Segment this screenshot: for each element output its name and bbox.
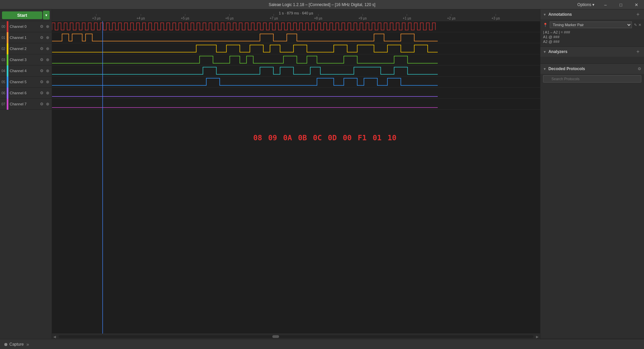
waveform-row-03 <box>52 54 540 65</box>
decoded-byte-0: 08 <box>253 134 262 142</box>
time-tick-5: +8 µs <box>314 14 322 21</box>
main-layout: Start ▼ 00 Channel 0 ⚙ ⊕ 01 Channel 1 ⚙ … <box>0 9 644 339</box>
channel-color-bar-07 <box>7 99 8 110</box>
channel-gear-01[interactable]: ⚙ <box>39 35 45 40</box>
channel-color-bar-03 <box>7 54 8 65</box>
decoded-protocols-content: 🔍 <box>540 74 644 339</box>
analyzers-header[interactable]: ▼ Analyzers + <box>540 47 644 57</box>
timing-marker-select[interactable]: Timing Marker Pair <box>550 21 632 28</box>
time-tick-4: +7 µs <box>270 14 278 21</box>
waveform-row-06 <box>52 88 540 99</box>
channel-row-02: 02 Channel 2 ⚙ ⊕ <box>0 43 52 54</box>
start-arrow-button[interactable]: ▼ <box>43 11 50 19</box>
channel-row-00: 00 Channel 0 ⚙ ⊕ <box>0 21 52 32</box>
channel-color-bar-05 <box>7 77 8 88</box>
channel-color-bar-01 <box>7 32 8 43</box>
channel-add-03[interactable]: ⊕ <box>45 57 51 62</box>
annotations-header[interactable]: ▼ Annotations + <box>540 9 644 19</box>
scroll-right-icon[interactable]: ▶ <box>536 335 539 339</box>
annotation-a1: A1 @ ### <box>543 35 641 39</box>
channel-num-06: 06 <box>0 91 7 95</box>
right-panel: ▼ Annotations + 📍 Timing Marker Pair ✎ ✕… <box>540 9 644 339</box>
time-tick-2: +5 µs <box>181 14 189 21</box>
waveform-area: 1 s · 879 ms · 640 µs +3 µs+4 µs+5 µs+6 … <box>52 9 540 339</box>
scrollbar-thumb[interactable] <box>272 335 279 338</box>
time-tick-6: +9 µs <box>358 14 367 21</box>
capture-icon: ⏺ <box>3 342 8 347</box>
channel-row-05: 05 Channel 5 ⚙ ⊕ <box>0 77 52 88</box>
channel-gear-07[interactable]: ⚙ <box>39 102 45 106</box>
channel-num-01: 01 <box>0 36 7 40</box>
channel-row-06: 06 Channel 6 ⚙ ⊕ <box>0 88 52 99</box>
titlebar: Saleae Logic 1.2.18 – [Connected] – [16 … <box>0 0 644 9</box>
channel-gear-06[interactable]: ⚙ <box>39 91 45 95</box>
channel-row-04: 04 Channel 4 ⚙ ⊕ <box>0 65 52 77</box>
annotations-collapse-icon: ▼ <box>543 13 546 16</box>
channel-add-05[interactable]: ⊕ <box>45 80 51 84</box>
decoded-byte-3: 0B <box>298 134 307 142</box>
channel-color-bar-00 <box>7 21 8 32</box>
capture-button[interactable]: ⏺ Capture <box>3 342 24 347</box>
search-protocols-input[interactable] <box>543 75 641 83</box>
timing-edit-icon[interactable]: ✎ <box>634 23 637 27</box>
annotations-content: 📍 Timing Marker Pair ✎ ✕ | A1 – A2 | = #… <box>540 19 644 46</box>
decoded-protocols-title: Decoded Protocols <box>548 66 636 71</box>
channel-name-02: Channel 2 <box>10 47 39 51</box>
channel-gear-05[interactable]: ⚙ <box>39 80 45 84</box>
time-tick-3: +6 µs <box>225 14 234 21</box>
channel-color-bar-06 <box>7 88 8 99</box>
waveform-row-07 <box>52 99 540 110</box>
time-tick-8: +2 µs <box>447 14 455 21</box>
annotation-timing-row: 📍 Timing Marker Pair ✎ ✕ <box>543 21 641 28</box>
channel-rows: 00 Channel 0 ⚙ ⊕ 01 Channel 1 ⚙ ⊕ 02 Cha… <box>0 21 52 110</box>
start-button[interactable]: Start <box>2 11 42 19</box>
channel-add-01[interactable]: ⊕ <box>45 35 51 40</box>
time-tick-9: +3 µs <box>491 14 500 21</box>
decoded-protocols-gear-icon[interactable]: ⚙ <box>638 66 641 71</box>
channel-add-04[interactable]: ⊕ <box>45 68 51 73</box>
start-button-area: Start ▼ <box>0 9 52 21</box>
maximize-button[interactable]: □ <box>613 0 629 9</box>
minimize-button[interactable]: – <box>598 0 613 9</box>
channel-add-02[interactable]: ⊕ <box>45 46 51 51</box>
channel-add-06[interactable]: ⊕ <box>45 91 51 95</box>
analyzers-add-button[interactable]: + <box>635 49 641 55</box>
waveforms[interactable]: 08090A0B0C0D00F10110 <box>52 21 540 334</box>
channel-gear-02[interactable]: ⚙ <box>39 46 45 51</box>
decoded-protocols-collapse-icon: ▼ <box>543 67 546 71</box>
channel-gear-04[interactable]: ⚙ <box>39 68 45 73</box>
scrollbar-track[interactable] <box>59 335 533 338</box>
timing-delete-icon[interactable]: ✕ <box>638 23 641 27</box>
analyzers-title: Analyzers <box>548 49 635 54</box>
waveform-row-02 <box>52 43 540 54</box>
channel-num-02: 02 <box>0 47 7 51</box>
time-ruler: 1 s · 879 ms · 640 µs +3 µs+4 µs+5 µs+6 … <box>52 9 540 21</box>
time-tick-7: +1 µs <box>403 14 411 21</box>
decoded-byte-7: F1 <box>358 134 367 142</box>
scroll-left-icon[interactable]: ◀ <box>53 335 56 339</box>
close-button[interactable]: ✕ <box>629 0 644 9</box>
app-title: Saleae Logic 1.2.18 – [Connected] – [16 … <box>269 2 375 7</box>
channel-gear-03[interactable]: ⚙ <box>39 57 45 62</box>
channel-color-bar-02 <box>7 43 8 54</box>
annotations-add-button[interactable]: + <box>635 11 641 17</box>
channel-add-07[interactable]: ⊕ <box>45 102 51 106</box>
search-container: 🔍 <box>543 75 641 83</box>
channel-name-07: Channel 7 <box>10 102 39 106</box>
channel-add-00[interactable]: ⊕ <box>45 24 51 29</box>
expand-icon[interactable]: » <box>26 342 29 347</box>
channel-num-04: 04 <box>0 69 7 73</box>
cursor-line <box>102 21 103 334</box>
waveform-row-00 <box>52 21 540 32</box>
decoded-protocols-header[interactable]: ▼ Decoded Protocols ⚙ <box>540 64 644 74</box>
time-center-label: 1 s · 879 ms · 640 µs <box>279 11 313 15</box>
channel-gear-00[interactable]: ⚙ <box>39 24 45 29</box>
decoded-byte-5: 0D <box>328 134 337 142</box>
decoded-protocols-section: ▼ Decoded Protocols ⚙ 🔍 <box>540 64 644 339</box>
timing-actions: ✎ ✕ <box>634 23 641 27</box>
channel-row-03: 03 Channel 3 ⚙ ⊕ <box>0 54 52 65</box>
options-button[interactable]: Options ▾ <box>574 0 598 9</box>
channel-name-06: Channel 6 <box>10 91 39 95</box>
waveform-row-05 <box>52 77 540 88</box>
bottom-bar: ⏺ Capture » <box>0 339 644 349</box>
